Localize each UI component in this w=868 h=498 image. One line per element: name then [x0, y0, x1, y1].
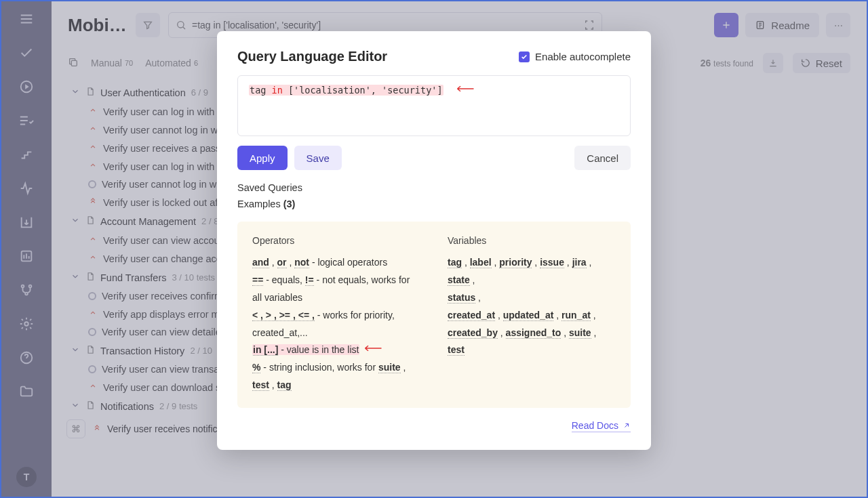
arrow-annotation-icon — [454, 84, 475, 94]
variables-column: Variables tag , label , priority , issue… — [448, 235, 616, 394]
saved-queries-link[interactable]: Saved Queries — [237, 182, 631, 193]
operators-column: Operators and , or , not - logical opera… — [252, 235, 420, 394]
examples-link[interactable]: Examples (3) — [237, 199, 631, 209]
checkbox-checked-icon — [519, 51, 530, 62]
modal-title: Query Language Editor — [237, 49, 387, 64]
code-editor[interactable]: tag in ['localisation', 'security'] — [237, 75, 631, 136]
apply-button[interactable]: Apply — [237, 146, 288, 170]
save-button[interactable]: Save — [294, 146, 342, 170]
modal-backdrop: Query Language Editor Enable autocomplet… — [1, 1, 867, 497]
arrow-annotation-icon — [362, 344, 382, 353]
read-docs-link[interactable]: Read Docs — [572, 420, 631, 432]
cancel-button[interactable]: Cancel — [574, 146, 631, 170]
help-panel: Operators and , or , not - logical opera… — [237, 222, 631, 408]
query-editor-modal: Query Language Editor Enable autocomplet… — [217, 31, 651, 450]
autocomplete-toggle[interactable]: Enable autocomplete — [519, 51, 631, 62]
